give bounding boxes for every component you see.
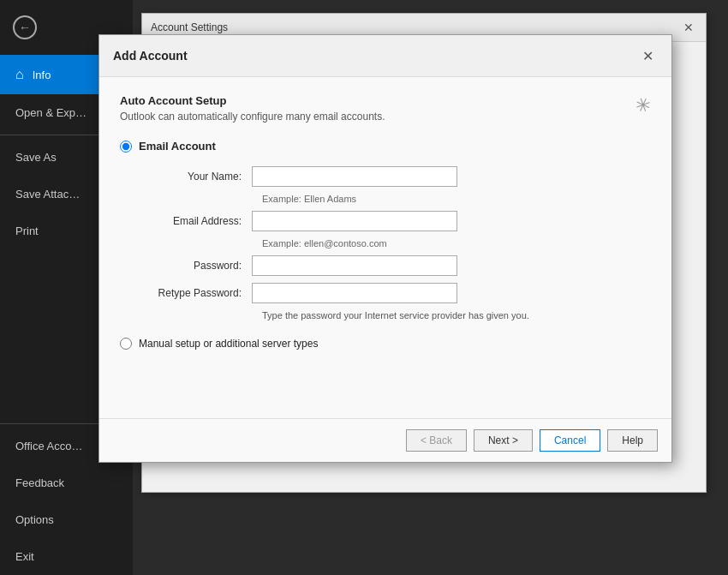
dialog-body: Auto Account Setup Outlook can automatic… <box>99 77 671 418</box>
manual-setup-radio-label[interactable]: Manual setup or additional server types <box>120 338 651 350</box>
email-address-input[interactable] <box>252 211 457 231</box>
your-name-hint: Example: Ellen Adams <box>262 194 671 204</box>
account-settings-title: Account Settings <box>151 21 228 33</box>
email-account-radio[interactable] <box>120 141 132 153</box>
sidebar-item-feedback[interactable]: Feedback <box>0 464 133 501</box>
manual-setup-label: Manual setup or additional server types <box>139 338 318 350</box>
retype-password-input[interactable] <box>252 283 457 303</box>
retype-password-label: Retype Password: <box>140 287 252 299</box>
auto-setup-text: Auto Account Setup Outlook can automatic… <box>120 94 385 123</box>
sidebar-item-label: Print <box>15 225 39 237</box>
dialog-footer: < Back Next > Cancel Help <box>99 418 671 462</box>
email-address-label: Email Address: <box>140 215 252 227</box>
password-note: Type the password your Internet service … <box>262 310 671 320</box>
password-input[interactable] <box>252 255 457 276</box>
sidebar-item-label: Open & Exp… <box>15 106 87 119</box>
sidebar-item-label: Options <box>15 513 54 526</box>
password-row: Password: <box>140 255 671 276</box>
your-name-label: Your Name: <box>140 171 252 183</box>
email-account-label: Email Account <box>139 140 216 153</box>
your-name-row: Your Name: <box>140 166 671 187</box>
sidebar-item-exit[interactable]: Exit <box>0 538 133 575</box>
add-account-dialog: Add Account ✕ Auto Account Setup Outlook… <box>98 34 672 463</box>
back-button[interactable]: < Back <box>406 429 467 452</box>
sidebar-item-label: Save As <box>15 151 57 164</box>
email-address-hint: Example: ellen@contoso.com <box>262 238 671 249</box>
password-label: Password: <box>140 260 252 272</box>
sidebar-item-label: Office Acco… <box>15 440 83 452</box>
dialog-title: Add Account <box>113 49 188 63</box>
your-name-input[interactable] <box>252 166 457 187</box>
help-button[interactable]: Help <box>607 429 658 452</box>
spinner-icon: ✳ <box>632 93 654 119</box>
email-address-row: Email Address: <box>140 211 671 231</box>
sidebar-item-options[interactable]: Options <box>0 501 133 538</box>
next-button[interactable]: Next > <box>474 429 533 452</box>
sidebar-item-label: Info <box>33 69 51 81</box>
auto-setup-section: Auto Account Setup Outlook can automatic… <box>120 94 651 123</box>
dialog-close-button[interactable]: ✕ <box>637 45 658 66</box>
sidebar-item-label: Exit <box>15 550 34 563</box>
auto-setup-description: Outlook can automatically configure many… <box>120 111 385 123</box>
auto-setup-heading: Auto Account Setup <box>120 94 385 107</box>
sidebar-item-label: Save Attac… <box>15 188 80 201</box>
dialog-titlebar: Add Account ✕ <box>99 35 671 77</box>
email-account-radio-label[interactable]: Email Account <box>120 140 651 153</box>
radio-section: Email Account Your Name: Example: Ellen … <box>120 140 651 350</box>
manual-setup-radio[interactable] <box>120 338 132 350</box>
back-icon: ← <box>13 15 37 39</box>
home-icon: ⌂ <box>15 67 24 82</box>
sidebar-item-label: Feedback <box>15 476 64 489</box>
form-fields: Your Name: Example: Ellen Adams Email Ad… <box>140 166 671 320</box>
retype-password-row: Retype Password: <box>140 283 671 303</box>
account-settings-close-button[interactable]: ✕ <box>680 19 697 36</box>
cancel-button[interactable]: Cancel <box>540 429 600 452</box>
